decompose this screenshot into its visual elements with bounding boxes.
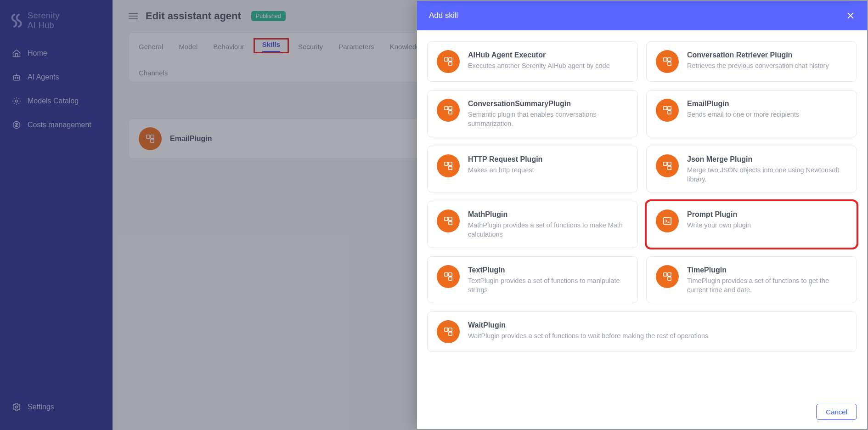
- plugin-icon: [656, 99, 679, 122]
- svg-rect-11: [449, 58, 452, 61]
- skill-card-desc: Executes another Serenity AIHub agent by…: [468, 61, 628, 70]
- skill-card-title: TimePlugin: [687, 266, 847, 274]
- plugin-icon: [656, 154, 679, 177]
- modal-header: Add skill: [417, 1, 867, 30]
- svg-rect-10: [449, 62, 452, 65]
- skill-card-desc: Makes an http request: [468, 165, 628, 175]
- skill-card[interactable]: ConversationSummaryPluginSemantic plugin…: [427, 90, 638, 137]
- plugin-icon: [437, 50, 460, 73]
- skill-card-title: EmailPlugin: [687, 100, 847, 108]
- prompt-icon: [656, 209, 679, 232]
- svg-rect-24: [664, 162, 667, 165]
- skill-card[interactable]: TextPluginTextPlugin provides a set of f…: [427, 256, 638, 304]
- skill-card-desc: WaitPlugin provides a set of functions t…: [468, 331, 847, 340]
- svg-rect-39: [449, 328, 452, 331]
- skill-card-title: AIHub Agent Executor: [468, 51, 628, 59]
- plugin-icon: [437, 320, 460, 343]
- svg-rect-28: [449, 221, 452, 225]
- svg-rect-27: [445, 217, 448, 221]
- svg-rect-35: [668, 277, 671, 280]
- svg-rect-33: [449, 273, 452, 276]
- skill-card[interactable]: HTTP Request PluginMakes an http request: [427, 146, 638, 193]
- skill-card-title: HTTP Request Plugin: [468, 155, 628, 164]
- modal-title: Add skill: [429, 11, 458, 20]
- svg-rect-19: [668, 111, 671, 114]
- svg-rect-17: [449, 107, 452, 110]
- plugin-icon: [656, 50, 679, 73]
- cancel-button[interactable]: Cancel: [816, 404, 857, 420]
- svg-rect-21: [445, 162, 448, 165]
- skill-card-desc: Write your own plugin: [687, 221, 847, 230]
- svg-rect-12: [664, 58, 667, 61]
- skill-card[interactable]: Conversation Retriever PluginRetrieves t…: [646, 41, 857, 82]
- svg-rect-15: [445, 107, 448, 110]
- plugin-icon: [437, 99, 460, 122]
- plugin-icon: [656, 265, 679, 288]
- skill-card[interactable]: TimePluginTimePlugin provides a set of f…: [646, 256, 857, 304]
- skill-card[interactable]: WaitPluginWaitPlugin provides a set of f…: [427, 311, 857, 352]
- svg-rect-31: [445, 273, 448, 276]
- skill-card-title: Conversation Retriever Plugin: [687, 51, 847, 59]
- skill-card-title: Json Merge Plugin: [687, 155, 847, 164]
- svg-rect-25: [668, 166, 671, 170]
- skill-card[interactable]: EmailPluginSends email to one or more re…: [646, 90, 857, 137]
- svg-rect-36: [668, 273, 671, 276]
- svg-rect-14: [668, 58, 671, 61]
- svg-rect-26: [668, 162, 671, 165]
- svg-rect-29: [449, 217, 452, 221]
- skill-card-title: MathPlugin: [468, 210, 628, 219]
- skill-card-desc: Semantic plugin that enables conversatio…: [468, 110, 628, 129]
- skill-card-desc: Retrieves the previous conversation chat…: [687, 61, 847, 70]
- svg-rect-34: [664, 273, 667, 276]
- svg-rect-9: [445, 58, 448, 61]
- svg-rect-13: [668, 62, 671, 65]
- svg-rect-32: [449, 277, 452, 280]
- skill-card-desc: Merge two JSON objects into one using Ne…: [687, 165, 847, 184]
- svg-rect-16: [449, 111, 452, 114]
- skill-card[interactable]: Json Merge PluginMerge two JSON objects …: [646, 146, 857, 193]
- skill-card-title: WaitPlugin: [468, 321, 847, 329]
- svg-rect-20: [668, 107, 671, 110]
- plugin-icon: [437, 209, 460, 232]
- svg-rect-38: [449, 332, 452, 335]
- modal-footer: Cancel: [417, 397, 867, 429]
- skill-card-title: TextPlugin: [468, 266, 628, 274]
- skill-card-desc: Sends email to one or more recipients: [687, 110, 847, 119]
- skill-card-desc: TimePlugin provides a set of functions t…: [687, 276, 847, 295]
- plugin-icon: [437, 265, 460, 288]
- svg-rect-23: [449, 162, 452, 165]
- skill-card-title: ConversationSummaryPlugin: [468, 100, 628, 108]
- skill-card-desc: TextPlugin provides a set of functions t…: [468, 276, 628, 295]
- svg-rect-37: [445, 328, 448, 331]
- add-skill-modal: Add skill AIHub Agent ExecutorExecutes a…: [417, 1, 867, 429]
- modal-body: AIHub Agent ExecutorExecutes another Ser…: [417, 30, 867, 397]
- skill-card-title: Prompt Plugin: [687, 210, 847, 219]
- skill-card[interactable]: Prompt PluginWrite your own plugin: [646, 201, 857, 248]
- svg-rect-22: [449, 166, 452, 170]
- plugin-icon: [437, 154, 460, 177]
- skill-card[interactable]: AIHub Agent ExecutorExecutes another Ser…: [427, 41, 638, 82]
- close-icon[interactable]: [846, 11, 855, 20]
- skill-card-desc: MathPlugin provides a set of functions t…: [468, 221, 628, 239]
- svg-rect-18: [664, 107, 667, 110]
- skill-card[interactable]: MathPluginMathPlugin provides a set of f…: [427, 201, 638, 248]
